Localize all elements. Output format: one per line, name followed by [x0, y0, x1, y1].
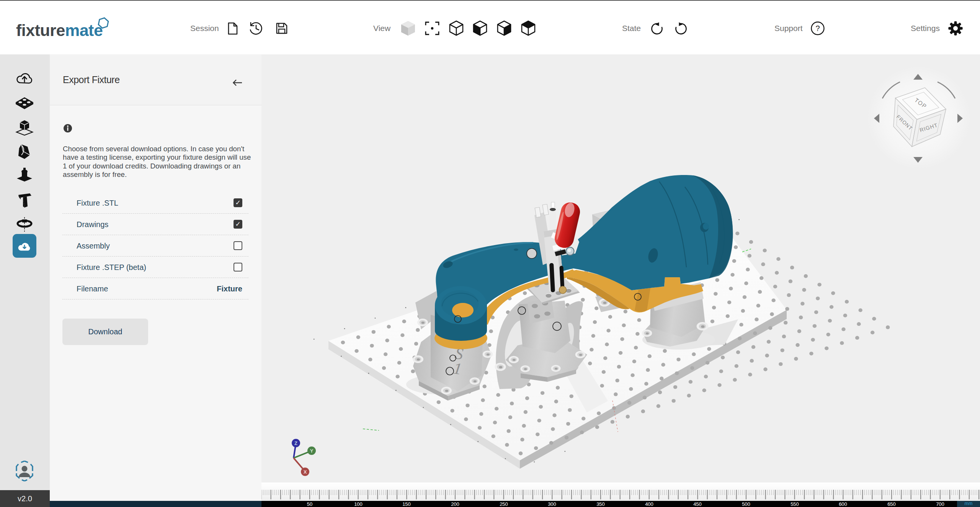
svg-text:?: ?	[815, 24, 820, 33]
svg-text:Z: Z	[294, 440, 297, 446]
svg-text:X: X	[304, 469, 307, 475]
svg-text:Y: Y	[310, 448, 314, 454]
svg-text:fixturemate: fixturemate	[16, 21, 103, 39]
